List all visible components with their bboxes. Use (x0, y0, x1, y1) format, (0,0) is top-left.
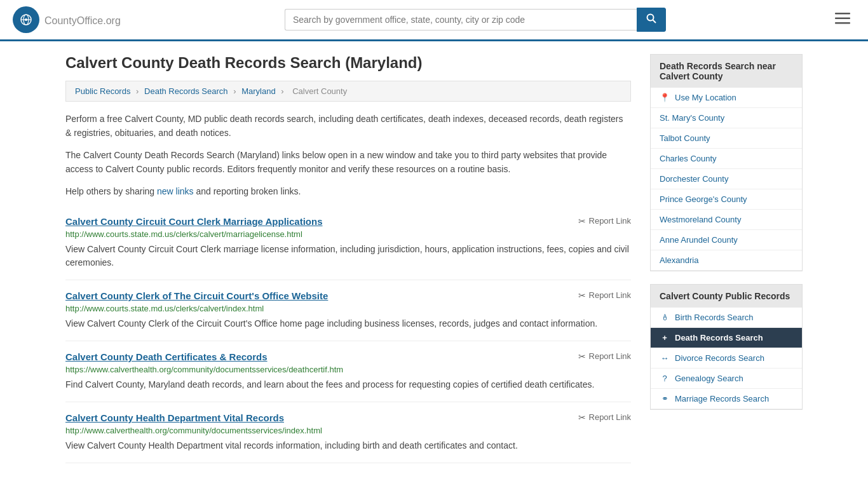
result-url[interactable]: http://www.courts.state.md.us/clerks/cal… (65, 229, 631, 239)
breadcrumb-public-records[interactable]: Public Records (75, 86, 130, 96)
public-record-item[interactable]: ↔Divorce Records Search (651, 348, 802, 369)
logo-text[interactable]: CountyOffice.org (44, 13, 121, 27)
nearby-title: Death Records Search near Calvert County (651, 55, 802, 88)
result-item: Calvert County Death Certificates & Reco… (65, 341, 631, 402)
result-item: Calvert County Circuit Court Clerk Marri… (65, 206, 631, 280)
sidebar: Death Records Search near Calvert County… (650, 54, 803, 463)
result-header: Calvert County Circuit Court Clerk Marri… (65, 216, 631, 229)
nearby-item[interactable]: Dorchester County (651, 169, 802, 189)
main-layout: Calvert County Death Records Search (Mar… (53, 54, 815, 463)
search-input[interactable] (285, 9, 637, 30)
description-para1: Perform a free Calvert County, MD public… (65, 112, 631, 140)
result-desc: View Calvert County Circuit Court Clerk … (65, 243, 631, 269)
report-link[interactable]: ✂ Report Link (578, 412, 631, 423)
nearby-items-list: St. Mary's CountyTalbot CountyCharles Co… (651, 108, 802, 271)
header: CountyOffice.org (0, 0, 868, 41)
public-record-item[interactable]: +Death Records Search (651, 328, 802, 348)
description-para2: The Calvert County Death Records Search … (65, 148, 631, 177)
sidebar-item-label: Divorce Records Search (675, 353, 764, 363)
public-records-title: Calvert County Public Records (651, 285, 802, 308)
use-location-item[interactable]: 📍 Use My Location (651, 88, 802, 108)
report-icon: ✂ (578, 351, 586, 362)
logo-area: CountyOffice.org (13, 6, 121, 33)
content: Calvert County Death Records Search (Mar… (65, 54, 631, 463)
svg-rect-9 (835, 22, 850, 24)
nearby-item[interactable]: Anne Arundel County (651, 230, 802, 250)
nearby-item[interactable]: Charles County (651, 149, 802, 169)
result-title[interactable]: Calvert County Health Department Vital R… (65, 412, 284, 423)
result-title[interactable]: Calvert County Clerk of The Circuit Cour… (65, 290, 328, 301)
report-link[interactable]: ✂ Report Link (578, 216, 631, 226)
sidebar-icon: 🕯 (660, 313, 670, 322)
results-list: Calvert County Circuit Court Clerk Marri… (65, 206, 631, 463)
svg-point-4 (25, 18, 27, 21)
sidebar-icon: ⚭ (660, 394, 670, 403)
result-url[interactable]: http://www.courts.state.md.us/clerks/cal… (65, 304, 631, 313)
public-record-item[interactable]: ⚭Marriage Records Search (651, 389, 802, 409)
result-url[interactable]: http://www.calverthealth.org/community/d… (65, 426, 631, 435)
sidebar-icon: ? (660, 374, 670, 383)
sidebar-icon: ↔ (660, 353, 670, 363)
sidebar-item-label: Birth Records Search (675, 313, 754, 322)
report-icon: ✂ (578, 216, 586, 226)
result-desc: View Calvert County Health Department vi… (65, 439, 631, 452)
report-icon: ✂ (578, 290, 586, 301)
public-record-item[interactable]: 🕯Birth Records Search (651, 308, 802, 328)
public-records-list: 🕯Birth Records Search+Death Records Sear… (651, 308, 802, 409)
breadcrumb-calvert: Calvert County (292, 86, 347, 96)
location-icon: 📍 (660, 93, 670, 102)
nearby-item[interactable]: Prince George's County (651, 189, 802, 210)
result-item: Calvert County Health Department Vital R… (65, 402, 631, 463)
svg-rect-8 (835, 18, 850, 20)
menu-button[interactable] (830, 9, 855, 30)
description-para3: Help others by sharing new links and rep… (65, 184, 631, 198)
result-desc: Find Calvert County, Maryland death reco… (65, 378, 631, 391)
nearby-item[interactable]: Talbot County (651, 128, 802, 149)
result-desc: View Calvert County Clerk of the Circuit… (65, 317, 631, 330)
result-header: Calvert County Health Department Vital R… (65, 412, 631, 426)
sidebar-item-label: Marriage Records Search (675, 394, 769, 403)
report-link[interactable]: ✂ Report Link (578, 290, 631, 301)
breadcrumb-death-records[interactable]: Death Records Search (144, 86, 228, 96)
public-record-item[interactable]: ?Genealogy Search (651, 369, 802, 389)
page-title: Calvert County Death Records Search (Mar… (65, 54, 631, 72)
use-location-link[interactable]: Use My Location (675, 93, 736, 102)
svg-point-5 (647, 15, 653, 21)
nearby-section: Death Records Search near Calvert County… (650, 54, 803, 271)
logo-icon (13, 6, 39, 33)
new-links-link[interactable]: new links (157, 186, 194, 196)
public-records-section: Calvert County Public Records 🕯Birth Rec… (650, 284, 803, 410)
search-bar-area (285, 8, 666, 32)
result-title[interactable]: Calvert County Circuit Court Clerk Marri… (65, 216, 323, 227)
sidebar-item-label: Genealogy Search (675, 374, 743, 383)
result-header: Calvert County Clerk of The Circuit Cour… (65, 290, 631, 304)
result-title[interactable]: Calvert County Death Certificates & Reco… (65, 351, 268, 362)
svg-rect-7 (835, 13, 850, 15)
result-item: Calvert County Clerk of The Circuit Cour… (65, 280, 631, 341)
breadcrumb-maryland[interactable]: Maryland (241, 86, 275, 96)
report-icon: ✂ (578, 412, 586, 423)
breadcrumb: Public Records › Death Records Search › … (65, 81, 631, 102)
nearby-item[interactable]: Westmoreland County (651, 210, 802, 230)
nearby-item[interactable]: Alexandria (651, 250, 802, 271)
svg-line-6 (653, 20, 656, 24)
result-url[interactable]: https://www.calverthealth.org/community/… (65, 365, 631, 374)
search-button[interactable] (637, 8, 666, 32)
nearby-item[interactable]: St. Mary's County (651, 108, 802, 128)
sidebar-icon: + (660, 333, 670, 342)
sidebar-item-label: Death Records Search (675, 333, 763, 342)
result-header: Calvert County Death Certificates & Reco… (65, 351, 631, 365)
report-link[interactable]: ✂ Report Link (578, 351, 631, 362)
